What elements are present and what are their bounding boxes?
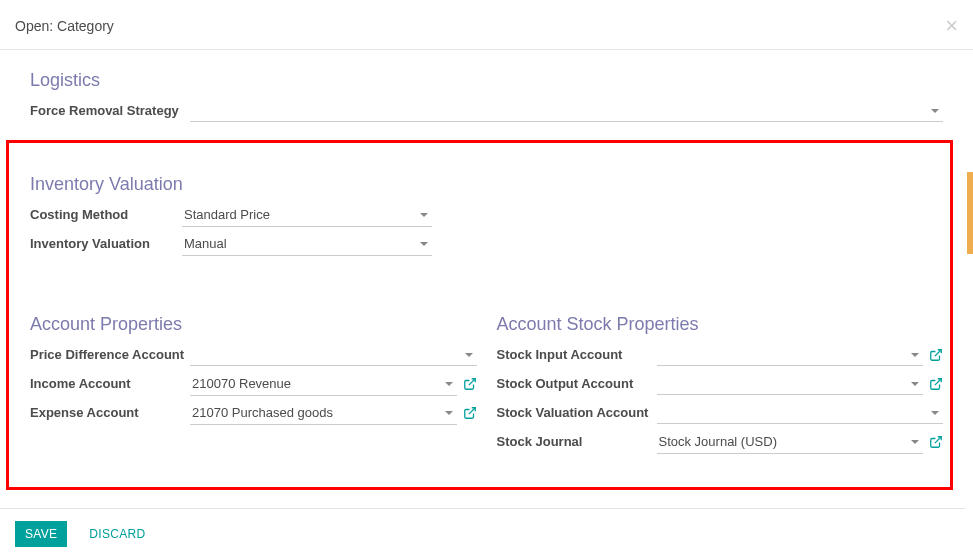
stock-input-row: Stock Input Account	[497, 341, 944, 368]
stock-valuation-label: Stock Valuation Account	[497, 405, 657, 420]
account-properties-heading: Account Properties	[30, 314, 477, 335]
stock-journal-row: Stock Journal Stock Journal (USD)	[497, 428, 944, 455]
account-stock-properties-col: Account Stock Properties Stock Input Acc…	[497, 259, 944, 457]
stock-journal-select[interactable]: Stock Journal (USD)	[657, 430, 924, 454]
stock-output-row: Stock Output Account	[497, 370, 944, 397]
force-removal-strategy-select[interactable]	[190, 100, 943, 122]
external-link-expense[interactable]	[463, 406, 477, 420]
stock-input-label: Stock Input Account	[497, 347, 657, 362]
save-button[interactable]: SAVE	[15, 521, 67, 547]
close-icon[interactable]: ×	[945, 15, 958, 37]
price-diff-select[interactable]	[190, 344, 477, 366]
price-diff-label: Price Difference Account	[30, 347, 190, 362]
external-link-stock-output[interactable]	[929, 377, 943, 391]
stock-input-select[interactable]	[657, 344, 924, 366]
scrollbar-accent	[967, 172, 973, 254]
modal-body: Logistics Force Removal Strategy Invento…	[0, 50, 973, 500]
stock-valuation-select[interactable]	[657, 402, 944, 424]
inventory-valuation-heading: Inventory Valuation	[30, 174, 943, 195]
income-account-row: Income Account 210070 Revenue	[30, 370, 477, 397]
expense-account-label: Expense Account	[30, 405, 190, 420]
costing-method-label: Costing Method	[30, 207, 182, 222]
external-link-income[interactable]	[463, 377, 477, 391]
expense-account-select[interactable]: 21070 Purchased goods	[190, 401, 457, 425]
external-link-stock-input[interactable]	[929, 348, 943, 362]
income-account-select[interactable]: 210070 Revenue	[190, 372, 457, 396]
income-account-label: Income Account	[30, 376, 190, 391]
stock-output-label: Stock Output Account	[497, 376, 657, 391]
stock-journal-label: Stock Journal	[497, 434, 657, 449]
force-removal-strategy-label: Force Removal Strategy	[30, 103, 190, 118]
expense-account-row: Expense Account 21070 Purchased goods	[30, 399, 477, 426]
inventory-valuation-row: Inventory Valuation Manual	[30, 230, 943, 257]
discard-button[interactable]: DISCARD	[79, 521, 155, 547]
account-stock-properties-heading: Account Stock Properties	[497, 314, 944, 335]
force-removal-strategy-row: Force Removal Strategy	[30, 97, 943, 124]
account-properties-col: Account Properties Price Difference Acco…	[30, 259, 477, 457]
stock-output-select[interactable]	[657, 373, 924, 395]
modal-footer: SAVE DISCARD	[0, 508, 965, 559]
external-link-stock-journal[interactable]	[929, 435, 943, 449]
logistics-heading: Logistics	[30, 70, 943, 91]
costing-method-select[interactable]: Standard Price	[182, 203, 432, 227]
modal-header: Open: Category ×	[0, 0, 973, 50]
inventory-valuation-select[interactable]: Manual	[182, 232, 432, 256]
costing-method-row: Costing Method Standard Price	[30, 201, 943, 228]
modal-title: Open: Category	[15, 18, 114, 34]
inventory-valuation-label: Inventory Valuation	[30, 236, 182, 251]
stock-valuation-row: Stock Valuation Account	[497, 399, 944, 426]
price-diff-row: Price Difference Account	[30, 341, 477, 368]
account-columns: Account Properties Price Difference Acco…	[30, 259, 943, 457]
